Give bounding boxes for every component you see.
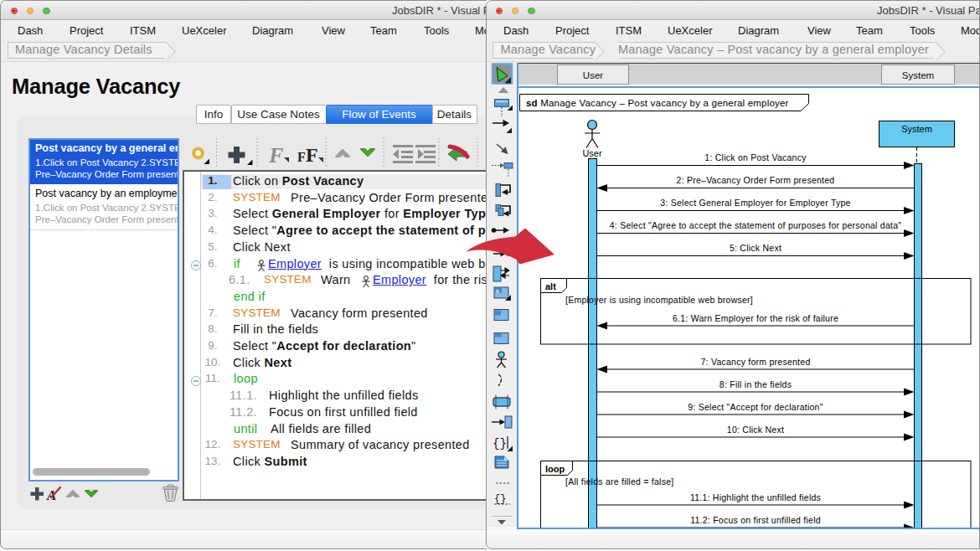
svg-text:F: F bbox=[268, 143, 283, 167]
svg-text:[Employer is using incompatibl: [Employer is using incompatible web brow… bbox=[565, 295, 753, 305]
svg-text:10: Click Next: 10: Click Next bbox=[727, 425, 784, 435]
svg-text:4: Select "Agree to accept the: 4: Select "Agree to accept the statement… bbox=[610, 220, 902, 230]
svg-text:11.2: Focus on first unfilled: 11.2: Focus on first unfilled field bbox=[690, 515, 821, 525]
svg-text:User: User bbox=[582, 148, 602, 158]
svg-text:6.1: Warn Employer for the ris: 6.1: Warn Employer for the risk of failu… bbox=[673, 313, 838, 323]
svg-text:System: System bbox=[901, 124, 932, 134]
svg-text:alt: alt bbox=[545, 281, 556, 291]
svg-text:11.1: Highlight the unfilled f: 11.1: Highlight the unfilled fields bbox=[690, 492, 821, 502]
svg-text:F: F bbox=[297, 150, 306, 164]
svg-text:sd Manage Vacancy – Post vacan: sd Manage Vacancy – Post vacancy by a ge… bbox=[526, 98, 789, 108]
svg-text:9: Select "Accept for declarat: 9: Select "Accept for declaration" bbox=[688, 402, 823, 412]
svg-text:5: Click Next: 5: Click Next bbox=[730, 243, 781, 253]
svg-text:{}: {} bbox=[494, 493, 506, 505]
svg-text:B: B bbox=[496, 289, 499, 294]
svg-text:1: Click on Post Vacancy: 1: Click on Post Vacancy bbox=[704, 152, 807, 162]
svg-text:3: Select General Employer for: 3: Select General Employer for Employer … bbox=[660, 198, 850, 208]
svg-text:8: Fill in the fields: 8: Fill in the fields bbox=[720, 379, 792, 389]
svg-text:2: Pre–Vacancy Order Form pres: 2: Pre–Vacancy Order Form presented bbox=[677, 175, 835, 185]
svg-text:F: F bbox=[306, 144, 318, 166]
svg-text:7: Vacancy form presented: 7: Vacancy form presented bbox=[701, 357, 811, 367]
svg-text:loop: loop bbox=[545, 464, 565, 474]
svg-text:A: A bbox=[46, 487, 56, 503]
svg-text:{}: {} bbox=[493, 437, 507, 451]
svg-text:[All fields are filled = false: [All fields are filled = false] bbox=[565, 476, 673, 487]
